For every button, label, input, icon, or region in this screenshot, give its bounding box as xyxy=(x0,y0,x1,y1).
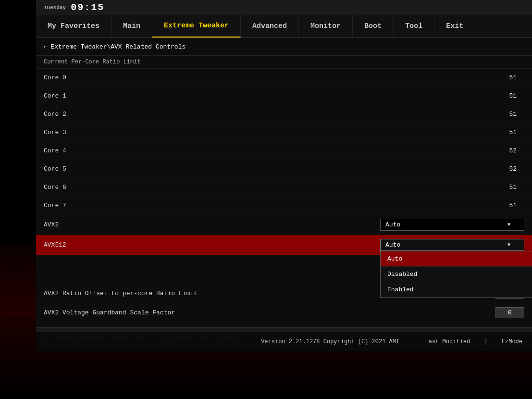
avx2-voltage-row: AVX2 Voltage Guardband Scale Factor 0 xyxy=(36,303,532,323)
dropdown-option-disabled[interactable]: Disabled xyxy=(381,267,532,282)
back-arrow-icon[interactable]: ← xyxy=(44,43,48,50)
core4-row: Core 4 52 xyxy=(36,142,532,160)
footer-version: Version 2.21.1278 Copyright (C) 2021 AMI xyxy=(235,338,425,345)
breadcrumb: ← Extreme Tweaker\AVX Related Controls xyxy=(36,38,532,56)
core7-row: Core 7 51 xyxy=(36,197,532,215)
day-label: Tuesday xyxy=(44,5,66,11)
core3-row: Core 3 51 xyxy=(36,124,532,142)
avx512-dropdown-arrow: ▼ xyxy=(507,242,510,248)
nav-main[interactable]: Main xyxy=(111,15,152,37)
core0-row: Core 0 51 xyxy=(36,69,532,87)
nav-extreme-tweaker[interactable]: Extreme Tweaker xyxy=(152,15,241,37)
avx2-selected-value: Auto xyxy=(385,221,400,228)
ezmode-button[interactable]: EzMode xyxy=(502,338,522,345)
footer-bar: Version 2.21.1278 Copyright (C) 2021 AMI… xyxy=(36,332,532,351)
avx2-dropdown[interactable]: Auto ▼ xyxy=(380,219,524,231)
core5-row: Core 5 52 xyxy=(36,160,532,178)
avx512-dropdown-container: Auto ▼ Auto Disabled Enabled xyxy=(380,239,524,251)
nav-boot[interactable]: Boot xyxy=(353,15,394,37)
core1-row: Core 1 51 xyxy=(36,87,532,105)
avx512-dropdown-menu: Auto Disabled Enabled xyxy=(380,251,532,298)
footer-actions: Last Modified | EzMode xyxy=(425,337,522,346)
avx2-row: AVX2 Auto ▼ xyxy=(36,215,532,235)
core-settings-list: Core 0 51 Core 1 51 Core 2 51 Core 3 51 … xyxy=(36,69,532,323)
nav-tool[interactable]: Tool xyxy=(394,15,434,37)
nav-advanced[interactable]: Advanced xyxy=(241,15,299,37)
avx2-dropdown-arrow: ▼ xyxy=(507,222,510,227)
avx512-dropdown[interactable]: Auto ▼ xyxy=(380,239,524,251)
nav-my-favorites[interactable]: My Favorites xyxy=(36,15,111,37)
section-label: Current Per-Core Ratio Limit xyxy=(36,56,532,69)
footer-separator: | xyxy=(483,337,488,346)
screen: Tuesday 09:15 My Favorites Main Extreme … xyxy=(0,0,532,399)
avx512-row[interactable]: AVX512 Auto ▼ Auto Disabled xyxy=(36,235,532,255)
bios-container: Tuesday 09:15 My Favorites Main Extreme … xyxy=(36,0,532,327)
dropdown-option-enabled[interactable]: Enabled xyxy=(381,282,532,298)
core6-row: Core 6 51 xyxy=(36,178,532,197)
last-modified-button[interactable]: Last Modified xyxy=(425,338,470,345)
time-display: 09:15 xyxy=(71,2,104,13)
dropdown-option-auto[interactable]: Auto xyxy=(381,251,532,267)
avx2-voltage-value[interactable]: 0 xyxy=(495,307,524,318)
nav-monitor[interactable]: Monitor xyxy=(299,15,353,37)
core2-row: Core 2 51 xyxy=(36,105,532,124)
nav-exit[interactable]: Exit xyxy=(434,15,475,37)
nav-bar: My Favorites Main Extreme Tweaker Advanc… xyxy=(36,15,532,38)
time-bar: Tuesday 09:15 xyxy=(36,0,532,15)
avx512-selected-value: Auto xyxy=(385,241,400,249)
breadcrumb-text: Extreme Tweaker\AVX Related Controls xyxy=(50,43,186,50)
